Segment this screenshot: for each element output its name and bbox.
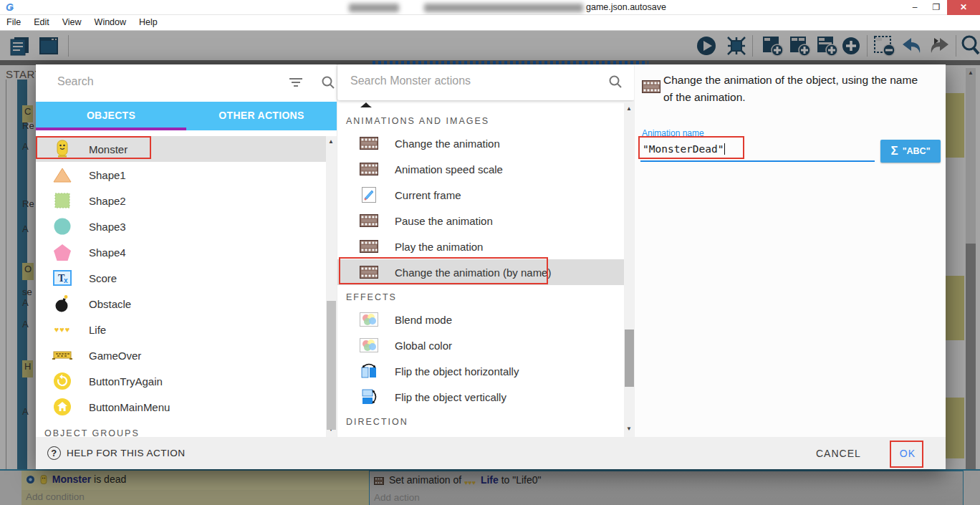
object-item-buttonmainmenu[interactable]: ButtonMainMenu: [36, 394, 326, 420]
action-label: Global color: [395, 340, 452, 352]
filter-icon[interactable]: [288, 77, 304, 88]
object-label: ButtonMainMenu: [89, 401, 170, 413]
object-item-shape1[interactable]: Shape1: [36, 162, 326, 188]
action-item-flip-the-object-vertically[interactable]: Flip the object vertically: [337, 384, 624, 410]
refresh-icon: [52, 372, 73, 390]
action-item-global-color[interactable]: Global color: [337, 332, 624, 358]
text-cursor: [724, 143, 725, 155]
action-label: Change the animation: [395, 138, 500, 150]
action-item-pause-the-animation[interactable]: Pause the animation: [337, 208, 624, 234]
action-item-change-the-animation[interactable]: Change the animation: [337, 130, 624, 156]
search-icon[interactable]: [321, 75, 335, 90]
actions-scrollbar[interactable]: ▲ ▼: [624, 102, 635, 437]
help-for-action-link[interactable]: ? HELP FOR THIS ACTION: [47, 446, 186, 460]
input-underline: [640, 160, 875, 162]
film-icon: [359, 238, 379, 255]
ok-button[interactable]: OK: [890, 441, 926, 466]
object-item-score[interactable]: Tx Score: [36, 265, 326, 291]
action-item-flip-the-object-horizontally[interactable]: Flip the object horizontally: [337, 358, 624, 384]
action-item-animation-speed-scale[interactable]: Animation speed scale: [337, 156, 624, 182]
frame-icon: [359, 186, 379, 203]
help-icon: ?: [47, 446, 61, 460]
sigma-icon: Σ: [890, 144, 898, 158]
objects-scrollbar[interactable]: ▲ ▼: [326, 136, 337, 437]
banner-icon: [52, 346, 73, 365]
dialog-footer: ? HELP FOR THIS ACTION CANCEL OK: [36, 437, 946, 469]
objects-search-field[interactable]: Search: [36, 64, 337, 102]
redacted-text: [424, 4, 583, 12]
menu-file[interactable]: File: [0, 15, 27, 29]
animation-name-label: Animation name: [642, 128, 704, 138]
object-label: Shape3: [89, 221, 126, 233]
actions-search-placeholder: Search Monster actions: [350, 74, 471, 87]
svg-text:x: x: [64, 276, 68, 284]
window-title: game.json.autosave: [586, 2, 666, 12]
object-item-gameover[interactable]: GameOver: [36, 342, 326, 368]
action-description: Change the animation of the object, usin…: [663, 72, 930, 106]
animation-name-value: "MonsterDead": [640, 143, 724, 155]
object-label: GameOver: [89, 350, 141, 362]
object-item-shape4[interactable]: Shape4: [36, 239, 326, 265]
object-item-buttontryagain[interactable]: ButtonTryAgain: [36, 368, 326, 394]
hearts-icon: ♥♥♥: [52, 320, 73, 339]
actions-search-field[interactable]: Search Monster actions: [337, 64, 635, 100]
redacted-text: [349, 4, 399, 12]
pentagon-icon: [52, 243, 73, 261]
minimize-button[interactable]: –: [904, 0, 926, 15]
object-item-obstacle[interactable]: Obstacle: [36, 291, 326, 317]
close-button[interactable]: ✕: [947, 0, 980, 15]
panel-tabs: OBJECTSOTHER ACTIONS: [36, 102, 337, 130]
object-label: ButtonTryAgain: [89, 375, 163, 388]
action-item-play-the-animation[interactable]: Play the animation: [337, 234, 624, 259]
menu-window[interactable]: Window: [88, 15, 133, 29]
action-label: Play the animation: [395, 241, 483, 253]
object-item-life[interactable]: ♥♥♥ Life: [36, 317, 326, 342]
animation-name-input[interactable]: "MonsterDead": [640, 138, 877, 160]
scroll-up-icon[interactable]: ▲: [626, 105, 632, 112]
action-label: Animation speed scale: [395, 163, 503, 175]
object-label: Shape4: [89, 246, 126, 259]
tab-objects[interactable]: OBJECTS: [36, 102, 186, 130]
actions-panel: Search Monster actions ANIMATIONS AND IM…: [337, 64, 634, 437]
menu-edit[interactable]: Edit: [27, 15, 56, 29]
object-item-shape2[interactable]: Shape2: [36, 188, 326, 213]
image-icon: [359, 337, 379, 354]
action-item-current-frame[interactable]: Current frame: [337, 182, 624, 208]
flip-h-icon: [359, 362, 379, 380]
object-item-monster[interactable]: Monster: [36, 136, 326, 162]
section-header: DIRECTION: [337, 410, 624, 431]
section-header: EFFECTS: [337, 285, 624, 307]
home-icon: [52, 398, 73, 416]
triangle-icon: [52, 165, 73, 184]
film-icon: [359, 264, 379, 281]
action-label: Blend mode: [395, 314, 452, 326]
monster-icon: [52, 140, 73, 158]
action-item-blend-mode[interactable]: Blend mode: [337, 307, 624, 332]
scroll-down-icon[interactable]: ▼: [626, 425, 632, 432]
objects-search-placeholder: Search: [57, 75, 94, 88]
expression-editor-button[interactable]: Σ "ABC": [880, 140, 941, 163]
search-icon[interactable]: [608, 74, 623, 89]
tab-other-actions[interactable]: OTHER ACTIONS: [186, 102, 337, 130]
object-label: Score: [89, 272, 117, 284]
action-item-change-the-animation-by-name-[interactable]: Change the animation (by name): [337, 259, 624, 285]
film-icon: [359, 160, 379, 178]
object-item-shape3[interactable]: Shape3: [36, 213, 326, 239]
maximize-button[interactable]: ❐: [926, 0, 947, 15]
menu-view[interactable]: View: [56, 15, 88, 29]
cancel-button[interactable]: CANCEL: [816, 448, 861, 459]
objects-scrollbar-thumb[interactable]: [327, 301, 336, 430]
instruction-editor-dialog: Search OBJECTSOTHER ACTIONS Monster Shap…: [36, 64, 946, 469]
film-icon: [359, 212, 379, 229]
parameters-panel: Change the animation of the object, usin…: [634, 64, 946, 437]
bomb-icon: [52, 294, 73, 313]
flip-v-icon: [359, 388, 379, 405]
action-label: Pause the animation: [395, 215, 493, 227]
menu-help[interactable]: Help: [133, 15, 164, 29]
scroll-up-icon[interactable]: ▲: [328, 138, 334, 145]
action-label: Current frame: [395, 189, 461, 201]
menu-bar: FileEditViewWindowHelp: [0, 15, 980, 31]
objects-panel: Search OBJECTSOTHER ACTIONS Monster Shap…: [36, 64, 337, 437]
title-bar: Ǥ game.json.autosave – ❐ ✕: [0, 0, 980, 15]
actions-scrollbar-thumb[interactable]: [625, 330, 634, 387]
